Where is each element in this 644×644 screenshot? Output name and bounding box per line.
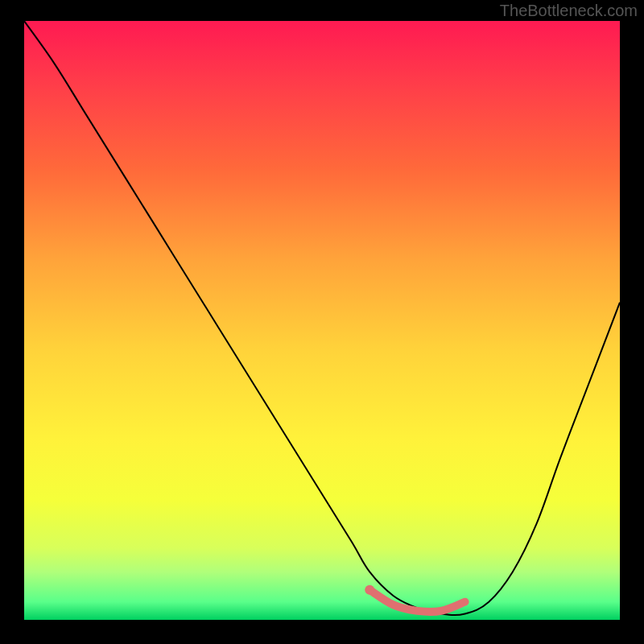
- optimal-start-dot: [365, 585, 374, 595]
- bottleneck-curve: [24, 21, 620, 615]
- chart-svg: [24, 21, 620, 620]
- optimal-accent-segment: [369, 590, 464, 612]
- watermark-text: TheBottleneck.com: [500, 2, 638, 20]
- chart-plot-area: [24, 21, 620, 620]
